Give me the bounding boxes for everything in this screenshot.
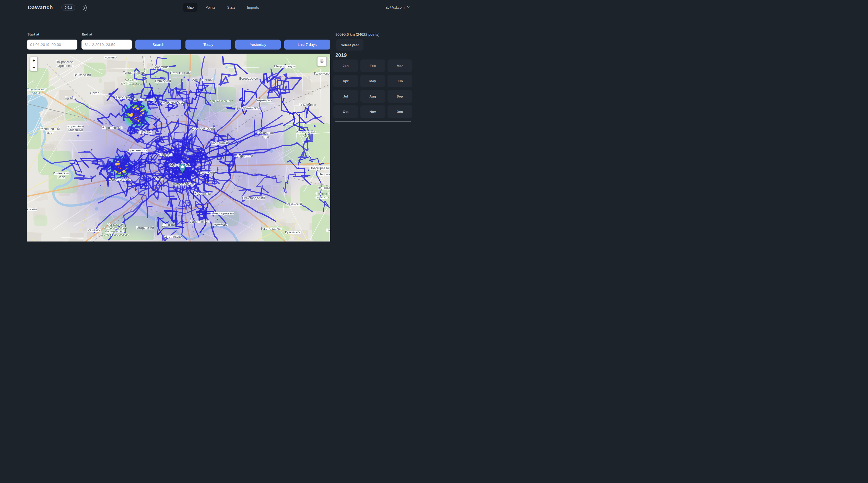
sun-icon: [82, 8, 89, 12]
map-label: Аэропорт: [115, 95, 129, 99]
map-label: Даниловский: [190, 220, 210, 224]
map-label: Дорогомилово: [109, 178, 130, 182]
app-logo[interactable]: DaWarIch: [28, 4, 53, 10]
map-zoom-control: + −: [30, 57, 38, 71]
map-label: Красносельский: [191, 127, 215, 130]
map-label: Коптево: [105, 56, 117, 59]
month-button-nov[interactable]: Nov: [361, 105, 385, 118]
month-button-sep[interactable]: Sep: [388, 90, 412, 103]
month-button-jun[interactable]: Jun: [388, 75, 412, 87]
search-button[interactable]: Search: [135, 39, 181, 50]
map-label: Вы: [327, 228, 330, 232]
month-button-jan[interactable]: Jan: [333, 60, 358, 72]
map-label: Богородское: [239, 77, 258, 80]
months-grid: JanFebMarAprMayJunJulAugSepOctNovDec: [333, 60, 412, 118]
map-label: Кузьминки: [285, 230, 301, 234]
tab-imports[interactable]: Imports: [243, 3, 263, 12]
user-menu[interactable]: ab@cd.com: [385, 5, 410, 9]
map-label: Хорошёвский: [102, 126, 122, 130]
map-label: Хамовники: [194, 192, 211, 196]
distance-summary: 80595.6 km (24622 points): [335, 32, 380, 36]
select-year-button[interactable]: Select year: [336, 39, 364, 51]
map-label: Тверской: [159, 153, 172, 157]
map-label: Кожухово: [213, 223, 227, 226]
map-label: Беговой: [140, 130, 152, 134]
map-label: Нижегородский: [242, 196, 265, 200]
month-button-oct[interactable]: Oct: [333, 105, 358, 118]
map-canvas[interactable]: КоптевоПокровское-СтрешневоВойковскийТим…: [27, 54, 330, 242]
map-label: Донской: [162, 223, 175, 227]
map-container[interactable]: КоптевоПокровское-СтрешневоВойковскийТим…: [27, 54, 330, 242]
month-button-mar[interactable]: Mar: [388, 60, 412, 72]
user-email: ab@cd.com: [385, 5, 405, 9]
map-label: парк Сокольники: [210, 99, 233, 102]
map-label: Пресненский: [128, 149, 147, 152]
map-label: Савёловский: [134, 98, 153, 102]
map-label: Гольяново: [314, 72, 330, 75]
map-label: Метрогородок: [274, 65, 295, 68]
map-label: Измайлово: [299, 103, 316, 107]
map-label: Марфино: [154, 65, 168, 69]
zoom-in-button[interactable]: +: [30, 57, 37, 64]
yesterday-button[interactable]: Yesterday: [235, 39, 281, 50]
end-at-label: End at: [82, 32, 92, 36]
layers-control-button[interactable]: [317, 57, 327, 66]
panel-divider: [335, 122, 411, 122]
map-label: Южнопортовый: [211, 212, 234, 215]
map-label: Тимирязевский: [123, 71, 146, 74]
map-label: Гагаринский: [136, 226, 154, 230]
main-nav: MapPointsStatsImports: [183, 3, 263, 12]
month-button-aug[interactable]: Aug: [361, 90, 385, 103]
map-label: Щукино: [65, 96, 76, 100]
today-button[interactable]: Today: [185, 39, 231, 50]
version-badge: 0.5.2: [61, 4, 75, 11]
month-button-jul[interactable]: Jul: [333, 90, 358, 103]
map-label: Алексеевский: [192, 78, 213, 82]
tab-stats[interactable]: Stats: [223, 3, 239, 12]
month-button-feb[interactable]: Feb: [361, 60, 385, 72]
map-label: Хорошёво-Мнёвники: [67, 125, 84, 132]
map-label: Текстильщики: [260, 227, 281, 230]
last-7-days-button[interactable]: Last 7 days: [284, 39, 330, 50]
map-label: Войковский: [73, 73, 91, 77]
start-at-label: Start at: [27, 32, 39, 36]
map-label: Новогиреево: [310, 166, 329, 170]
month-button-may[interactable]: May: [361, 75, 385, 87]
map-label: Останкинский: [170, 71, 191, 75]
map-label: Раменки: [88, 228, 100, 232]
map-label: Канатчиково: [163, 235, 182, 238]
chevron-down-icon: [406, 5, 410, 9]
map-label: Басманный: [211, 141, 228, 145]
tab-map[interactable]: Map: [183, 3, 197, 12]
map-label: Сокол: [90, 91, 99, 95]
theme-toggle-button[interactable]: [82, 5, 89, 11]
map-label: Бутырский: [155, 79, 171, 83]
map-label: Покровское-Стрешнево: [56, 60, 74, 68]
map-label: айский: [27, 207, 37, 211]
map-label: Преображенское: [235, 106, 260, 110]
map-label: Рязанский: [287, 202, 302, 206]
layers-icon: [319, 58, 325, 65]
map-label: Замоскворечье: [172, 182, 195, 186]
map-label: Марьина Роща: [162, 101, 185, 104]
month-button-apr[interactable]: Apr: [333, 75, 358, 87]
map-label: Перово: [318, 172, 330, 176]
month-button-dec[interactable]: Dec: [388, 105, 412, 118]
map-label: Лефортово: [236, 154, 253, 158]
year-heading: 2019: [335, 52, 347, 58]
map-label: Арбат: [155, 177, 164, 181]
map-label: Вешняки: [318, 186, 330, 190]
map-label: Таганский: [200, 171, 215, 174]
map-label: Черкизово: [256, 99, 272, 102]
start-date-input[interactable]: [27, 39, 78, 50]
zoom-out-button[interactable]: −: [30, 64, 37, 71]
tab-points[interactable]: Points: [202, 3, 219, 12]
location-marker-pin[interactable]: [179, 164, 186, 173]
end-date-input[interactable]: [82, 39, 132, 50]
map-label: Лесопарк«Кусково»: [315, 192, 329, 199]
